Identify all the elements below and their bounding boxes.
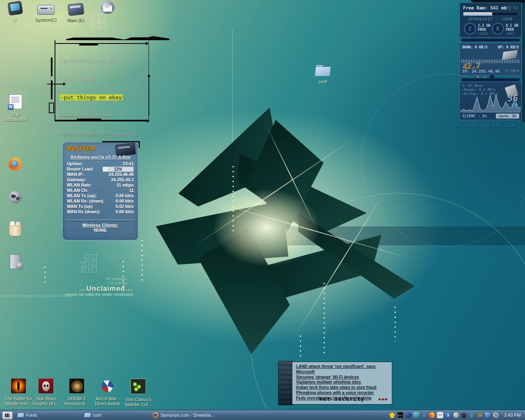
wallpaper-shape [142, 240, 143, 281]
icon-label-line: The [0, 112, 31, 117]
speed-kmh: 23 KM/H [505, 69, 519, 73]
wallpaper-tagline: Creativity is making the complicated sim… [0, 294, 107, 298]
news-next-arrows[interactable]: ▶▶▶ [379, 397, 388, 401]
desktop-icon-mail[interactable] [92, 1, 123, 16]
wallpaper-shape [395, 307, 396, 342]
wallpaper-shape [324, 283, 325, 357]
stat-label: WLAN Tx (up): [67, 193, 97, 199]
taskbar-task-fonts[interactable]: Fonts [17, 410, 37, 420]
firefox-icon [9, 158, 22, 171]
start-button[interactable] [2, 411, 13, 420]
upload-rate: UP: 0 KB/S [498, 45, 519, 49]
act-of-war-icon [100, 379, 115, 393]
todo-item-done: -play knight of republic [60, 131, 137, 137]
task-label: conf [93, 413, 101, 418]
icon-label: The attitude.doc [0, 112, 31, 122]
wallpaper-credit-line: 3D *realization [62, 276, 127, 281]
stat-value: 0.69 kb/s [116, 209, 134, 215]
wallpaper-shape [84, 254, 98, 272]
folder-icon [315, 65, 331, 76]
stat-value: 24.255.40.1 [111, 177, 134, 183]
console-icon[interactable]: C:\ [397, 412, 404, 418]
desktop-icon-conf[interactable]: conf [308, 65, 338, 84]
headline-link[interactable]: Securing 'strange' Wi-Fi devices [296, 375, 389, 380]
stat-value: 0.00 kb/s [116, 199, 134, 204]
network-computer-icon [10, 254, 21, 269]
folder-icon [17, 413, 24, 418]
drive-free: FREE [478, 27, 486, 32]
router-firmware-link[interactable]: Alchemy-pre7a v3.37.6.8sv [63, 155, 138, 160]
drive-size: 1.2 GB [478, 23, 491, 27]
stat-label: Gateway: [67, 177, 86, 183]
desktop-icon-attitude-doc[interactable]: W The attitude.doc [0, 94, 31, 122]
firefox-tray-icon[interactable] [429, 412, 435, 418]
aim-icon[interactable] [389, 412, 395, 418]
news-widget: LAND attack threat 'not significant', sa… [292, 362, 392, 404]
desktop-icon-firefox[interactable] [0, 158, 30, 172]
info-icon[interactable]: i [445, 412, 451, 418]
router-widget: ROUTER Alchemy-pre7a v3.37.6.8sv Uptime:… [62, 142, 138, 240]
router-divider [66, 219, 135, 221]
desktop-icon-splinter-cell[interactable]: Tom Clancy'sSplinter Cel... [120, 379, 156, 407]
samurize-icon[interactable]: S [493, 412, 499, 418]
desktop-icon-my-computer[interactable]: □ [0, 2, 30, 23]
headline-list: LAND attack threat 'not significant', sa… [296, 364, 389, 401]
taskbar-task-conf[interactable]: conf [84, 410, 101, 420]
digital-clock-icon[interactable]: 88 [437, 412, 443, 418]
network-widget: DOWN: 0 KB/S UP: 0 KB/S 42.7 IP: 24.255.… [459, 43, 522, 75]
todo-item-done: -play act of war [60, 113, 137, 119]
doom3-emblem-icon [69, 379, 84, 393]
globe-tray-icon[interactable] [406, 412, 411, 418]
disk-widget: C: 0% Busy ∟Reads: 0.0 MB/s ∟Writes: 0.1… [459, 82, 522, 120]
news-feed-title: Net Security [292, 396, 392, 402]
desktop-icon-network[interactable] [0, 254, 30, 271]
taskbar: Fonts conf Samurize.com - Downloa... C:\… [0, 410, 525, 420]
stat-label: WLAN Rx: (down) [67, 199, 103, 204]
drive-e-stats: 8.1 GB FREE (8%) [506, 23, 518, 36]
my-computer-icon [7, 1, 23, 16]
wallpaper-shape [522, 0, 525, 122]
desktop-icon-main-e[interactable]: Main (E) [61, 2, 91, 23]
disc-icon[interactable] [453, 412, 459, 418]
icon-label: Main (E) [61, 18, 91, 23]
wallpaper-shape [44, 267, 46, 283]
headline-link[interactable]: LAND attack threat 'not significant', sa… [296, 364, 389, 375]
network-card-icon [501, 50, 518, 61]
desktop-icon-recycle-bin[interactable] [0, 223, 30, 238]
splinter-cell-goggles-icon [130, 379, 146, 394]
temperature-36-icon[interactable]: 36 [477, 412, 482, 418]
desktop-icon-system-c[interactable]: System(C) [31, 2, 61, 23]
phone-icon[interactable]: ☎ [421, 412, 427, 418]
wireless-clients-link[interactable]: Wireless Clients: [82, 223, 119, 228]
headline-link[interactable]: Indian tech firms take steps to stop fra… [296, 385, 389, 390]
wallpaper-shape [92, 14, 105, 29]
wallpaper-credits: 3D *realization > 2D *bosniak [62, 276, 127, 285]
widget-separator [461, 38, 520, 42]
stat-label: WLAN Ch: [67, 188, 88, 193]
ram-widget: Free Ram: 541 mb (53 %) APPROCKET - 38MB… [459, 2, 522, 38]
display-icon[interactable] [484, 412, 491, 418]
network-computers-icon[interactable] [413, 412, 419, 418]
shield-icon[interactable] [461, 412, 467, 418]
headline-link[interactable]: Vigilantes mutilate phishing sites [296, 380, 389, 385]
task-label: Fonts [26, 413, 37, 418]
icon-label: System(C) [31, 18, 61, 23]
stat-label: WAN Rx (down): [67, 209, 100, 215]
headline-link[interactable]: Phreaking phones with a voice recorder [296, 390, 389, 396]
phone-icon[interactable]: ☎ [469, 412, 475, 418]
wireless-clients-value: NONE [94, 228, 107, 233]
stat-label: WAN IP: [67, 172, 84, 177]
todo-decoration [51, 57, 52, 76]
stat-label: Router Load: [67, 167, 94, 172]
drive-pct: (12%) [478, 32, 488, 36]
desktop-icon-browser-globe[interactable] [0, 191, 30, 205]
drive-c-icon: C [464, 23, 476, 35]
approcket-label: APPROCKET - 38MB [460, 18, 521, 21]
taskbar-task-samurize[interactable]: Samurize.com - Downloa... [153, 410, 215, 420]
bfme-eye-icon [11, 379, 26, 393]
taskbar-clock[interactable]: 3:43 PM [504, 413, 521, 418]
drive-e-icon: E [492, 23, 504, 35]
todo-decoration [148, 76, 149, 116]
ram-progress-bar [463, 12, 518, 16]
system-tray: C:\ ☎ 88 i ☎ 36 S 3:43 PM [389, 410, 525, 420]
